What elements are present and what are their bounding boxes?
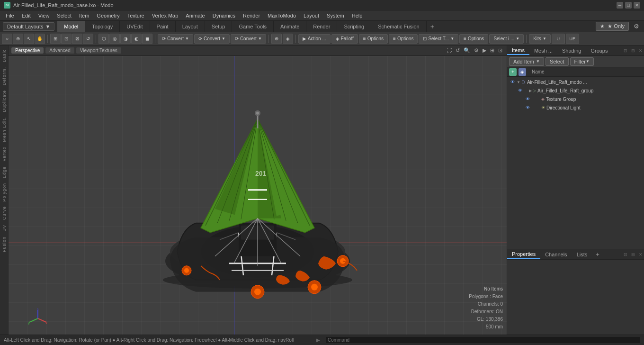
view-tool-5[interactable]: ◼ — [142, 34, 152, 44]
convert-button-1[interactable]: ⟳ Convert ▼ — [158, 34, 193, 44]
sidebar-item-uv[interactable]: UV — [1, 223, 8, 234]
menu-layout[interactable]: Layout — [300, 12, 323, 19]
add-item-button[interactable]: Add Item ▼ — [509, 57, 544, 66]
menu-edit[interactable]: Edit — [18, 12, 35, 19]
grid-icon[interactable]: ⊡ — [497, 47, 504, 54]
tab-animate[interactable]: Animate — [274, 21, 306, 32]
menu-render[interactable]: Render — [239, 12, 264, 19]
sidebar-item-vertex[interactable]: Vertex — [1, 145, 8, 163]
tab-model[interactable]: Model — [57, 21, 85, 32]
props-expand-icon[interactable]: ⊞ — [630, 252, 636, 257]
sidebar-item-mesh-edit[interactable]: Mesh Edit. — [1, 115, 8, 144]
select-i-button[interactable]: Select i ... ▼ — [489, 34, 524, 44]
select-button[interactable]: Select — [546, 57, 569, 66]
options-button-2[interactable]: ≡ Options — [389, 34, 418, 44]
props-pin-icon[interactable]: ⊡ — [622, 252, 629, 257]
select-tool-2[interactable]: ⊕ — [13, 34, 23, 44]
panel-pin-icon[interactable]: ⊡ — [622, 48, 629, 53]
group-arrow-icon[interactable]: ▶ — [529, 89, 532, 93]
paste-tool[interactable]: ⊡ — [61, 34, 72, 44]
convert-button-2[interactable]: ⟳ Convert ▼ — [194, 34, 230, 44]
snap-tool[interactable]: ◈ — [283, 34, 293, 44]
add-group-button[interactable]: + — [509, 68, 517, 76]
tab-scripting[interactable]: Scripting — [337, 21, 371, 32]
tab-paint[interactable]: Paint — [150, 21, 176, 32]
action-button[interactable]: ▶ Action ... — [298, 34, 331, 44]
menu-geometry[interactable]: Geometry — [93, 12, 123, 19]
menu-help[interactable]: Help — [348, 12, 367, 19]
split-icon[interactable]: ⊞ — [489, 47, 496, 54]
menu-view[interactable]: View — [35, 12, 54, 19]
tab-uvedit[interactable]: UVEdit — [120, 21, 150, 32]
vp-tab-advanced[interactable]: Advanced — [45, 47, 74, 54]
tab-channels[interactable]: Channels — [540, 251, 572, 258]
visibility-icon-light[interactable]: 👁 — [524, 104, 531, 111]
settings-icon[interactable]: ⚙ — [473, 47, 480, 54]
refresh-icon[interactable]: ↺ — [454, 47, 461, 54]
tree-item-group[interactable]: 👁 ▶ ▷ Air_Filled_Life_Raft_group — [507, 86, 644, 95]
undo-tool[interactable]: ↺ — [83, 34, 93, 44]
move-tool[interactable]: ⊕ — [271, 34, 282, 44]
menu-dynamics[interactable]: Dynamics — [209, 12, 239, 19]
sidebar-item-edge[interactable]: Edge — [1, 164, 8, 180]
tab-game-tools[interactable]: Game Tools — [232, 21, 274, 32]
sidebar-item-duplicate[interactable]: Duplicate — [1, 88, 8, 114]
tab-topology[interactable]: Topology — [85, 21, 120, 32]
add-tab-icon[interactable]: + — [592, 250, 603, 259]
panel-expand-icon[interactable]: ⊞ — [630, 48, 636, 53]
visibility-icon-group[interactable]: 👁 — [517, 87, 523, 94]
menu-file[interactable]: File — [2, 12, 18, 19]
options-button-3[interactable]: ≡ Options — [459, 34, 488, 44]
items-tab-mesh[interactable]: Mesh ... — [529, 47, 557, 54]
visibility-icon-texture[interactable]: 👁 — [524, 96, 531, 102]
menu-select[interactable]: Select — [53, 12, 75, 19]
unity-tool[interactable]: U — [552, 34, 565, 44]
select-tool-1[interactable]: ○ — [2, 34, 12, 44]
layouts-dropdown[interactable]: Default Layouts ▼ — [3, 22, 54, 31]
more-icon[interactable]: ▶ — [481, 47, 488, 54]
add-tab-button[interactable]: + — [427, 22, 438, 31]
tab-layout[interactable]: Layout — [176, 21, 205, 32]
select-t-button[interactable]: ⊡ Select T... ▼ — [419, 34, 458, 44]
items-tab-groups[interactable]: Groups — [586, 47, 612, 54]
tab-properties[interactable]: Properties — [507, 250, 540, 259]
menu-vertex-map[interactable]: Vertex Map — [148, 12, 182, 19]
menu-maxtoModo[interactable]: MaxToModo — [264, 12, 300, 19]
sidebar-item-fusion[interactable]: Fusion — [1, 235, 8, 254]
vp-tab-perspective[interactable]: Perspective — [11, 47, 44, 54]
menu-texture[interactable]: Texture — [124, 12, 148, 19]
tree-item-root[interactable]: 👁 ▼ 🗋 Air-Filled_Life_Raft_modo ... — [507, 78, 644, 86]
menu-item[interactable]: Item — [75, 12, 93, 19]
menu-animate[interactable]: Animate — [182, 12, 208, 19]
sidebar-item-deform[interactable]: Deform. — [1, 65, 8, 87]
kits-button[interactable]: Kits ▼ — [529, 34, 551, 44]
view-tool-1[interactable]: ⬡ — [98, 34, 109, 44]
sidebar-item-curve[interactable]: Curve — [1, 204, 8, 222]
items-tab-shading[interactable]: Shading — [557, 47, 586, 54]
zoom-icon[interactable]: 🔍 — [462, 47, 472, 54]
viewport[interactable]: Perspective Advanced Viewport Textures ⛶… — [9, 45, 507, 335]
view-tool-3[interactable]: ◑ — [120, 34, 131, 44]
close-button[interactable]: ✕ — [634, 2, 640, 9]
select-tool-3[interactable]: ↖ — [24, 34, 34, 44]
props-close-icon[interactable]: ✕ — [637, 252, 644, 257]
window-controls[interactable]: ─ □ ✕ — [617, 2, 640, 9]
vp-tab-viewport-textures[interactable]: Viewport Textures — [76, 47, 121, 54]
options-button-1[interactable]: ≡ Options — [359, 34, 388, 44]
tab-schematic-fusion[interactable]: Schematic Fusion — [371, 21, 426, 32]
panel-close-icon[interactable]: ✕ — [637, 48, 644, 53]
copy-tool[interactable]: ⊞ — [50, 34, 61, 44]
camera-icon[interactable]: ⛶ — [445, 47, 453, 54]
tab-lists[interactable]: Lists — [572, 251, 592, 258]
only-button[interactable]: ★ ★ Only — [596, 22, 629, 31]
sidebar-item-basic[interactable]: Basic — [1, 47, 8, 64]
select-tool-4[interactable]: ✋ — [35, 34, 45, 44]
minimize-button[interactable]: ─ — [617, 2, 623, 9]
filter-button[interactable]: Filter ▼ — [570, 57, 594, 66]
expand-arrow-icon[interactable]: ▼ — [517, 80, 520, 84]
maximize-button[interactable]: □ — [625, 2, 632, 9]
command-input[interactable] — [326, 337, 640, 343]
sidebar-item-polygon[interactable]: Polygon — [1, 181, 8, 204]
tab-render[interactable]: Render — [306, 21, 337, 32]
ue-tool[interactable]: UE — [566, 34, 579, 44]
